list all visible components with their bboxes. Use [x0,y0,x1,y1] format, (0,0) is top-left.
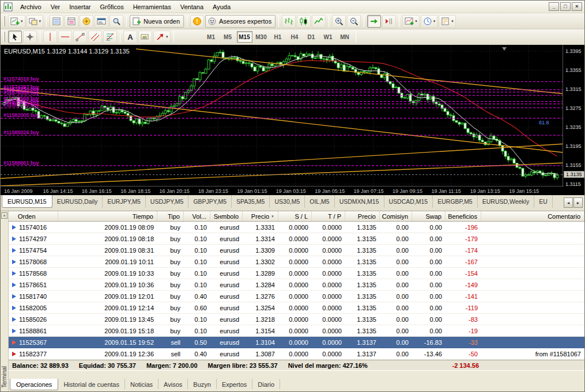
menu-gr-ficos[interactable]: Grбficos [96,2,129,12]
menu-insertar[interactable]: Insertar [65,2,95,12]
horizontal-line-button[interactable] [58,31,72,43]
auto-scroll-button[interactable] [367,15,381,28]
tab-scroll-right-button[interactable]: ► [573,197,583,208]
timeframe-w1[interactable]: W1 [320,31,336,43]
profiles-button[interactable]: ▾ [27,15,44,28]
order-row-11578568[interactable]: 115785682009.01.19 10:33buy0.10eurusd1.3… [9,268,584,279]
menu-ventana[interactable]: Ventana [176,2,208,12]
chart-tab-usdcad-m15[interactable]: USDCAD,M15 [384,195,433,208]
column-header-precio[interactable]: Precio▼ [243,211,278,221]
timeframe-d1[interactable]: D1 [304,31,319,43]
new-chart-button[interactable]: ▾ [8,15,25,28]
column-header-beneficios[interactable]: Beneficios [446,211,481,221]
channel-button[interactable] [88,31,102,43]
text-button[interactable]: A [123,31,137,43]
toolbar-grip[interactable] [3,16,5,26]
candlestick-chart-button[interactable] [297,15,311,28]
chart-tab-eurjpy-m5[interactable]: EURJPY,M5 [103,195,146,208]
close-button[interactable]: × [572,2,582,11]
timeframe-h1[interactable]: H1 [270,31,286,43]
order-row-11581740[interactable]: 115817402009.01.19 12:01buy0.40eurusd1.3… [9,291,584,302]
menu-archivo[interactable]: Archivo [16,2,46,12]
chart-shift-button[interactable] [382,15,396,28]
timeframe-m1[interactable]: M1 [203,31,219,43]
chart-tab-eurusd-weekly[interactable]: EURUSD,Weekly [478,195,535,208]
navigator-button[interactable] [80,15,93,28]
column-header-tiempo[interactable]: Tiempo [58,211,157,221]
minimize-button[interactable]: _ [549,2,559,11]
chart-tab-eurusd-m15[interactable]: EURUSD,M15 [2,195,52,208]
menu-ver[interactable]: Ver [46,2,65,12]
crosshair-button[interactable] [23,31,37,43]
time-axis[interactable]: 16 Jan 200916 Jan 14:1516 Jan 16:1516 Ja… [1,186,564,195]
timeframe-m5[interactable]: M5 [220,31,236,43]
column-header-comentario[interactable]: Comentario [481,211,584,221]
chart-tab-eurusd-daily[interactable]: EURUSD,Daily [52,195,103,208]
order-row-11578651[interactable]: 115786512009.01.19 10:36buy0.10eurusd1.3… [9,279,584,291]
toolbar-grip[interactable] [3,32,5,42]
timeframe-m30[interactable]: M30 [254,31,269,43]
menu-ayuda[interactable]: Ayuda [208,2,235,12]
order-row-11574016[interactable]: 115740162009.01.19 08:09buy0.10eurusd1.3… [9,222,584,233]
chart-tab-eurgbp-m5[interactable]: EURGBP,M5 [433,195,478,208]
bar-chart-button[interactable] [282,15,296,28]
terminal-tab-operaciones[interactable]: Operaciones [10,379,58,390]
order-row-11574754[interactable]: 115747542009.01.19 08:31buy0.10eurusd1.3… [9,245,584,256]
terminal-tab-historial-de-cuentas[interactable]: Historial de cuentas [58,379,125,389]
column-header-s-mbolo[interactable]: Sнmbolo [210,211,243,221]
trendline-button[interactable] [73,31,87,43]
price-chart[interactable]: #11574016 buy#11574297 buy#11574754 buy#… [1,45,564,186]
chart-tab-spa35-m5[interactable]: SPA35,M5 [232,195,270,208]
close-terminal-icon[interactable]: × [1,212,7,219]
templates-button[interactable]: ▾ [439,15,456,28]
order-row-11578068[interactable]: 115780682009.01.19 10:11buy0.10eurusd1.3… [9,256,584,268]
zoom-in-button[interactable] [332,15,346,28]
terminal-tab-avisos[interactable]: Avisos [158,379,188,389]
vertical-line-button[interactable] [43,31,57,43]
chart-tab-usdmxn-m15[interactable]: USDMXN,M15 [335,195,384,208]
data-window-button[interactable] [65,15,78,28]
column-header-t-p[interactable]: T / P [312,211,345,221]
terminal-tab-noticias[interactable]: Noticias [125,379,158,389]
order-row-11585026[interactable]: 115850262009.01.19 13:45buy0.10eurusd1.3… [9,314,584,325]
cursor-button[interactable] [8,31,22,43]
column-header-s-l[interactable]: S / L [278,211,312,221]
chart-tab-gbpjpy-m5[interactable]: GBPJPY,M5 [188,195,232,208]
terminal-tab-diario[interactable]: Diario [252,379,280,389]
timeframe-mn[interactable]: MN [337,31,353,43]
tab-scroll-left-button[interactable]: ◄ [564,197,573,208]
terminal-tab-buz-n[interactable]: Buzуn [188,379,217,389]
column-header-comisi-n[interactable]: Comisiуn [380,211,412,221]
order-row-11582005[interactable]: 115820052009.01.19 12:14buy0.60eurusd1.3… [9,302,584,314]
price-scale[interactable]: 1.33951.33551.33151.32751.32351.31951.31… [563,45,584,195]
zoom-out-button[interactable] [347,15,361,28]
column-header-vol[interactable]: Vol... [184,211,210,221]
arrows-button[interactable]: ▾ [153,31,171,43]
metaeditor-button[interactable]: ! [190,15,204,28]
timeframe-h4[interactable]: H4 [287,31,303,43]
text-label-button[interactable]: ab [138,31,152,43]
chart-tab-usdjpy-m5[interactable]: USDJPY,M5 [146,195,189,208]
expert-advisors-button[interactable]: Asesores expertos [205,15,275,28]
column-header-orden[interactable]: Orden [9,211,58,221]
new-order-button[interactable]: Nueva orden [130,15,184,28]
chart-tab-eu[interactable]: EU [534,195,553,208]
order-row-11582377[interactable]: 115823772009.01.19 12:36sell0.40eurusd1.… [9,348,584,360]
column-header-swap[interactable]: Swap [412,211,446,221]
timeframe-m15[interactable]: M15 [237,31,252,43]
fibonacci-button[interactable] [103,31,117,43]
order-row-11525367[interactable]: 115253672009.01.15 19:52sell0.50eurusd1.… [9,337,584,348]
menu-herramientas[interactable]: Herramientas [129,2,176,12]
terminal-button[interactable] [95,15,108,28]
column-header-precio-close[interactable]: Precio [345,211,380,221]
restore-button[interactable]: □ [560,2,571,11]
terminal-tab-expertos[interactable]: Expertos [217,379,252,389]
order-row-11588861[interactable]: 115888612009.01.19 15:18buy0.10eurusd1.3… [9,325,584,337]
periods-button[interactable]: ▾ [421,15,438,28]
market-watch-button[interactable] [50,15,63,28]
strategy-tester-button[interactable] [110,15,123,28]
order-row-11574297[interactable]: 115742972009.01.19 08:18buy0.10eurusd1.3… [9,233,584,245]
chart-tab-oil-m5[interactable]: OIL,M5 [305,195,334,208]
line-chart-button[interactable] [312,15,326,28]
chart-tab-us30-m5[interactable]: US30,M5 [270,195,305,208]
